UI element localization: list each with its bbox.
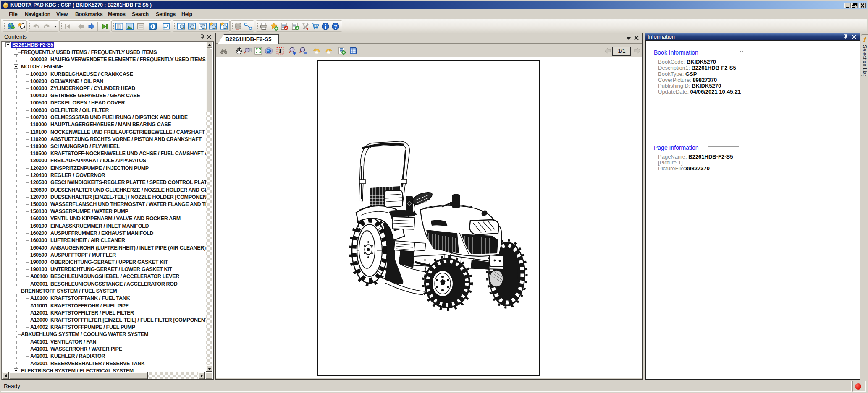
svg-text:T: T xyxy=(278,47,282,54)
svg-text:?: ? xyxy=(334,23,337,30)
